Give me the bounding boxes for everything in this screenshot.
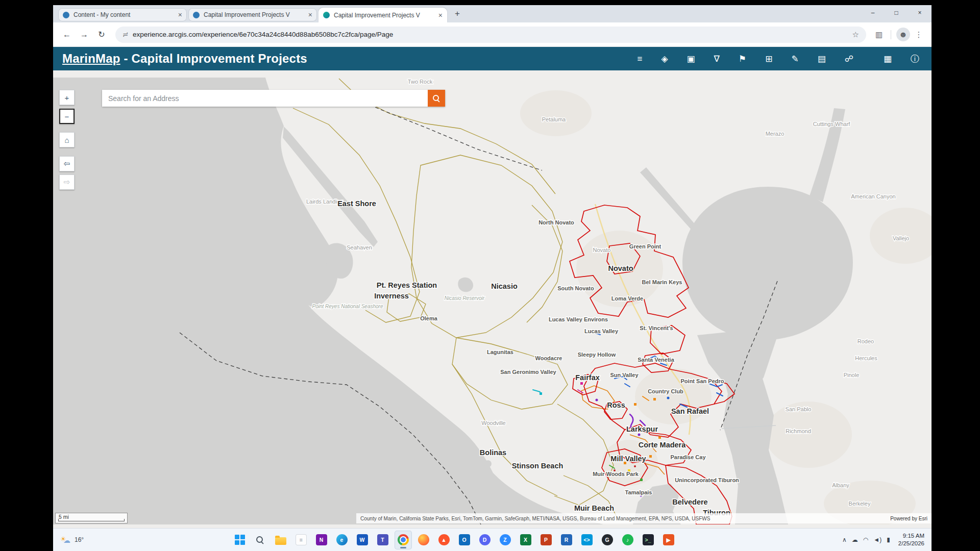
bookmark-icon[interactable]: ⚑ (739, 55, 746, 63)
browser-toolbar: ← → ↻ ≓ experience.arcgis.com/experience… (53, 22, 932, 47)
outlook-icon[interactable]: O (456, 531, 473, 549)
new-tab-button[interactable]: + (451, 7, 464, 20)
address-search-input[interactable] (102, 90, 428, 107)
reload-button[interactable]: ↻ (94, 27, 109, 42)
teams-icon[interactable]: T (374, 531, 391, 549)
map-label: Fairfax (575, 373, 600, 382)
browser-tab-projects-2-active[interactable]: Capital Improvement Projects V × (318, 8, 447, 22)
zoom-out-button[interactable]: − (59, 109, 75, 124)
print-icon[interactable]: ▤ (818, 55, 826, 63)
excel-icon[interactable]: X (517, 531, 534, 549)
map-label: Belvedere (672, 498, 707, 506)
tab-close-icon[interactable]: × (178, 11, 182, 19)
taskbar-clock[interactable]: 9:15 AM 2/25/2026 (898, 532, 924, 547)
attribute-table-icon[interactable]: ▦ (884, 55, 892, 63)
address-search-button[interactable] (428, 90, 445, 107)
chrome-icon[interactable] (395, 531, 412, 549)
measurement-icon[interactable]: ✎ (791, 55, 798, 63)
window-controls: – □ × (861, 5, 932, 20)
github-icon-glyph: G (602, 534, 613, 545)
tab-close-icon[interactable]: × (308, 11, 312, 19)
minimize-button[interactable]: – (861, 5, 885, 20)
map-label: Berkeley (849, 500, 871, 507)
powered-by-esri-link[interactable]: Powered by Esri (890, 516, 927, 521)
side-panel-icon[interactable]: ▥ (872, 30, 886, 39)
layers-icon[interactable]: ◈ (661, 55, 668, 63)
browser-tab-content[interactable]: Content - My content × (58, 8, 187, 21)
share-icon[interactable]: ☍ (845, 55, 853, 63)
teams-icon-glyph: T (377, 534, 388, 545)
back-button[interactable]: ← (59, 27, 75, 42)
url-text[interactable]: experience.arcgis.com/experience/6e70c34… (133, 31, 848, 38)
map-label: Pt. Reyes Station (377, 281, 437, 289)
filter-icon[interactable]: ∇ (714, 55, 720, 63)
brave-icon[interactable]: ▲ (435, 531, 453, 549)
marinmap-link[interactable]: MarinMap (62, 52, 120, 65)
zoom-icon[interactable]: Z (497, 531, 514, 549)
taskbar-app-icons: ≡NeWT▲ODZXPR<>G♪>_▶ (231, 531, 677, 549)
legend-icon[interactable]: ≡ (637, 55, 642, 63)
widget-grid-icon[interactable]: ⊞ (765, 55, 772, 63)
weather-widget[interactable]: ☀ ☁ 16° (53, 535, 130, 544)
map-label: North Novato (538, 219, 574, 226)
bookmark-star-icon[interactable]: ☆ (852, 30, 859, 39)
windows-taskbar: ☀ ☁ 16° ≡NeWT▲ODZXPR<>G♪>_▶ ∧☁◠◄)▮ 9:15 … (53, 528, 932, 551)
volume-icon[interactable]: ◄) (873, 537, 881, 543)
onenote-icon[interactable]: N (313, 531, 330, 549)
map-label: St. Vincent's (640, 325, 673, 331)
firefox-icon[interactable] (415, 531, 432, 549)
edge-icon[interactable]: e (333, 531, 351, 549)
word-icon[interactable]: W (354, 531, 371, 549)
hidden-icons-chevron[interactable]: ∧ (842, 537, 847, 543)
home-button[interactable]: ⌂ (59, 132, 75, 147)
map-attribution: County of Marin, California State Parks,… (356, 513, 932, 523)
map-label: Novato (593, 247, 611, 253)
battery-icon[interactable]: ▮ (887, 537, 890, 543)
wifi-icon[interactable]: ◠ (863, 537, 868, 543)
powerpoint-icon[interactable]: P (537, 531, 555, 549)
onedrive-icon[interactable]: ☁ (852, 537, 858, 543)
map-label: Merazo (766, 131, 785, 137)
site-info-icon[interactable]: ≓ (122, 31, 128, 38)
vscode-icon-glyph: <> (581, 534, 593, 545)
browser-tab-projects-1[interactable]: Capital Improvement Projects V × (188, 8, 317, 21)
maximize-button[interactable]: □ (885, 5, 908, 20)
map-label: Inverness (374, 292, 409, 300)
notepad-icon[interactable]: ≡ (292, 531, 310, 549)
basemap-gallery-icon[interactable]: ▣ (687, 55, 695, 63)
profile-avatar[interactable]: ☻ (896, 28, 910, 41)
map-label: Woodville (481, 420, 506, 426)
search-button[interactable] (252, 531, 269, 549)
forward-button[interactable]: → (77, 27, 92, 42)
address-search-widget (102, 90, 445, 107)
vscode-icon[interactable]: <> (578, 531, 596, 549)
scale-label: 5 mi (59, 514, 69, 520)
map-label: Lucas Valley (584, 328, 619, 334)
tab-close-icon[interactable]: × (438, 11, 443, 19)
map-label: Loma Verde (611, 295, 643, 302)
onenote-icon-glyph: N (316, 534, 327, 545)
address-bar[interactable]: ≓ experience.arcgis.com/experience/6e70c… (115, 27, 866, 43)
terminal-icon[interactable]: >_ (640, 531, 657, 549)
page-title-rest: - Capital Improvement Projects (120, 52, 307, 65)
browser-menu-icon[interactable]: ⋮ (912, 30, 925, 39)
spotify-icon[interactable]: ♪ (619, 531, 636, 549)
system-tray: ∧☁◠◄)▮ 9:15 AM 2/25/2026 (778, 532, 932, 547)
start-button[interactable] (231, 531, 249, 549)
map-label: Point San Pedro (681, 378, 724, 384)
github-icon[interactable]: G (599, 531, 616, 549)
file-explorer-icon[interactable] (272, 531, 289, 549)
map-label: Sun Valley (610, 372, 639, 378)
map-label: Nicasio (491, 282, 518, 290)
close-button[interactable]: × (908, 5, 932, 20)
map-label: Mill Valley (610, 455, 646, 463)
tab-favicon (323, 12, 330, 18)
rstudio-icon[interactable]: R (558, 531, 575, 549)
map-canvas[interactable]: Two RockPetalumaCuttings WharfMerazoAmer… (53, 78, 932, 524)
info-icon[interactable]: ⓘ (911, 55, 919, 63)
chrome-icon-glyph (398, 534, 409, 545)
zoom-in-button[interactable]: + (59, 90, 75, 105)
previous-extent-button[interactable]: ⇦ (59, 156, 75, 171)
discord-icon[interactable]: D (476, 531, 494, 549)
media-player-icon[interactable]: ▶ (660, 531, 677, 549)
